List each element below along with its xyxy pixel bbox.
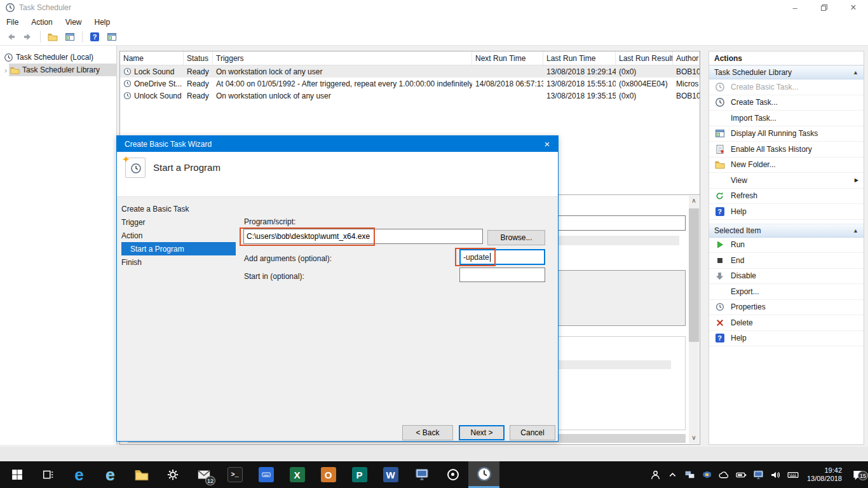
vscroll-up-icon[interactable]: ∧ xyxy=(689,196,699,207)
col-next-run[interactable]: Next Run Time xyxy=(472,51,543,65)
people-icon[interactable] xyxy=(650,469,661,480)
help-icon: ? xyxy=(714,206,725,217)
action-properties[interactable]: Properties xyxy=(709,300,864,316)
internet-explorer-icon[interactable]: e xyxy=(95,461,126,488)
col-triggers[interactable]: Triggers xyxy=(213,51,472,65)
mail-icon[interactable]: 12 xyxy=(188,461,219,488)
table-row[interactable]: Lock Sound Ready On workstation lock of … xyxy=(120,65,700,78)
back-icon[interactable] xyxy=(4,30,18,44)
menu-help[interactable]: Help xyxy=(93,17,117,28)
wizard-titlebar[interactable]: Create Basic Task Wizard xyxy=(117,136,558,152)
settings-gear-icon[interactable] xyxy=(157,461,188,488)
back-button[interactable]: < Back xyxy=(402,425,453,440)
vscroll-thumb[interactable] xyxy=(689,208,699,342)
tree-expander-icon[interactable]: › xyxy=(3,65,9,75)
outlook-icon[interactable]: O xyxy=(313,461,344,488)
col-author[interactable]: Author xyxy=(673,51,700,65)
action-run[interactable]: Run xyxy=(709,238,864,254)
tray-clock[interactable]: 19:42 13/08/2018 xyxy=(804,466,844,483)
action-help-selected[interactable]: ? Help xyxy=(709,331,864,347)
action-create-task[interactable]: Create Task... xyxy=(709,95,864,111)
table-row[interactable]: OneDrive St... Ready At 04:00 on 01/05/1… xyxy=(120,78,700,90)
collapse-icon[interactable]: ▲ xyxy=(853,69,858,76)
standard-view-icon[interactable] xyxy=(105,30,119,44)
action-view[interactable]: View ▶ xyxy=(709,173,864,189)
action-help[interactable]: ? Help xyxy=(709,204,864,220)
tray-date: 13/08/2018 xyxy=(807,475,842,482)
window-titlebar[interactable]: Task Scheduler – × xyxy=(0,0,868,15)
menu-action[interactable]: Action xyxy=(30,17,58,28)
col-status[interactable]: Status xyxy=(184,51,213,65)
blank-icon xyxy=(714,112,725,123)
forward-icon[interactable] xyxy=(21,30,35,44)
onedrive-paused-icon[interactable] xyxy=(719,469,730,480)
tree-item-library[interactable]: Task Scheduler Library xyxy=(9,64,116,76)
network-computers-icon[interactable] xyxy=(684,469,696,480)
system-monitor-icon[interactable] xyxy=(406,461,437,488)
action-export[interactable]: Export... xyxy=(709,284,864,300)
clock-icon xyxy=(4,53,13,62)
notification-center-icon[interactable]: 15 xyxy=(850,469,865,480)
console-tree-icon[interactable] xyxy=(63,30,77,44)
col-last-run[interactable]: Last Run Time xyxy=(543,51,616,65)
next-button[interactable]: Next > xyxy=(459,425,505,440)
restore-button[interactable] xyxy=(810,0,839,15)
menu-view[interactable]: View xyxy=(64,17,88,28)
excel-icon[interactable]: X xyxy=(281,461,313,488)
wizard-close-icon[interactable]: × xyxy=(536,136,558,152)
close-button[interactable]: × xyxy=(839,0,868,15)
notification-badge: 15 xyxy=(858,471,868,480)
action-display-running[interactable]: Display All Running Tasks xyxy=(709,126,864,142)
action-refresh[interactable]: Refresh xyxy=(709,189,864,205)
keyboard-icon[interactable] xyxy=(787,469,799,480)
command-prompt-icon[interactable]: >_ xyxy=(219,461,250,488)
action-end[interactable]: End xyxy=(709,253,864,269)
minimize-button[interactable]: – xyxy=(780,0,810,15)
menu-file[interactable]: File xyxy=(5,17,25,28)
folder-clock-icon xyxy=(10,65,20,75)
star-icon: ✦ xyxy=(122,154,130,165)
actions-title: Actions xyxy=(709,51,864,65)
security-shield-icon[interactable] xyxy=(702,469,713,480)
browse-button[interactable]: Browse... xyxy=(487,230,545,245)
cancel-button[interactable]: Cancel xyxy=(510,425,555,440)
collapse-icon[interactable]: ▲ xyxy=(853,227,858,234)
task-list-header: Name Status Triggers Next Run Time Last … xyxy=(120,51,700,65)
vertical-scrollbar[interactable]: ∧ ∨ xyxy=(689,196,699,444)
edge-icon[interactable]: e xyxy=(64,461,95,488)
volume-icon[interactable] xyxy=(770,469,782,480)
action-import-task[interactable]: Import Task... xyxy=(709,111,864,126)
export-list-icon[interactable] xyxy=(46,30,60,44)
file-explorer-icon[interactable] xyxy=(126,461,157,488)
publisher-icon[interactable]: P xyxy=(344,461,375,488)
action-disable[interactable]: Disable xyxy=(709,269,864,285)
col-result[interactable]: Last Run Result xyxy=(616,51,673,65)
display-network-icon[interactable] xyxy=(753,469,764,480)
battery-icon[interactable] xyxy=(736,469,747,480)
add-arguments-label: Add arguments (optional): xyxy=(244,254,332,263)
actions-panel: Actions Task Scheduler Library ▲ Create … xyxy=(709,51,864,445)
tray-chevron-up-icon[interactable] xyxy=(667,469,679,480)
table-row[interactable]: Unlock Sound Ready On workstation unlock… xyxy=(120,90,700,102)
actions-section-library[interactable]: Task Scheduler Library ▲ xyxy=(709,65,864,79)
end-stop-icon xyxy=(714,255,725,266)
help-icon[interactable]: ? xyxy=(88,30,102,44)
start-button[interactable] xyxy=(1,461,32,488)
action-delete[interactable]: Delete xyxy=(709,315,864,331)
task-view-icon[interactable] xyxy=(32,461,64,488)
blank-icon xyxy=(714,286,725,297)
col-name[interactable]: Name xyxy=(120,51,184,65)
actions-section-selected[interactable]: Selected Item ▲ xyxy=(709,224,864,238)
ring-app-icon[interactable] xyxy=(437,461,468,488)
action-enable-history[interactable]: Enable All Tasks History xyxy=(709,142,864,158)
start-in-input[interactable] xyxy=(459,268,545,282)
word-icon[interactable]: W xyxy=(375,461,406,488)
vscroll-down-icon[interactable]: ∨ xyxy=(689,433,699,444)
task-scheduler-taskbar-icon[interactable] xyxy=(468,461,499,488)
display-settings-icon[interactable] xyxy=(250,461,281,488)
action-new-folder[interactable]: New Folder... xyxy=(709,158,864,173)
start-in-label: Start in (optional): xyxy=(244,272,304,281)
new-folder-icon xyxy=(714,159,725,170)
tree-item-root[interactable]: Task Scheduler (Local) xyxy=(0,51,116,64)
task-clock-icon xyxy=(123,67,132,76)
